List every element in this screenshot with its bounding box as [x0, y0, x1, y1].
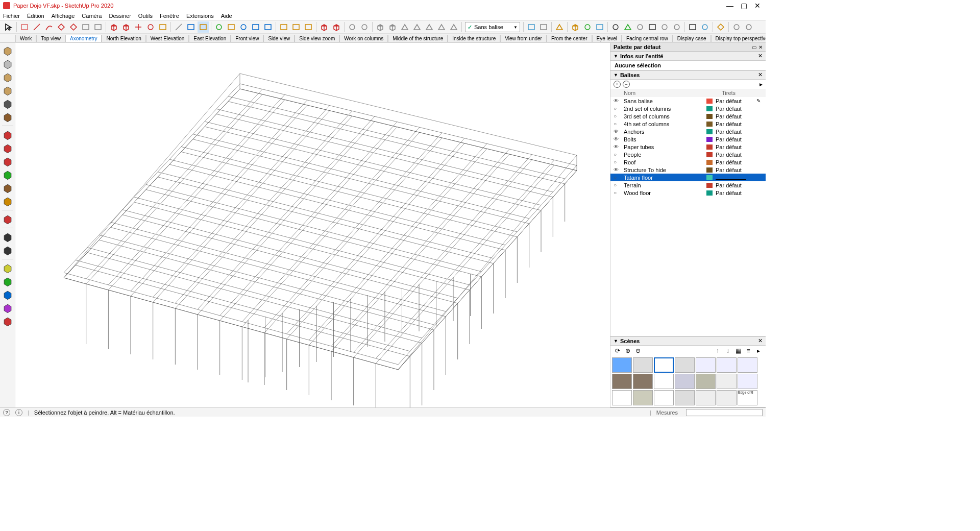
pan-tool[interactable]: [226, 21, 237, 33]
slab-icon[interactable]: [2, 71, 13, 83]
tag-dash[interactable]: Par défaut: [716, 144, 756, 150]
section-display[interactable]: [290, 21, 302, 33]
visibility-icon[interactable]: ○: [614, 152, 624, 157]
color-swatch[interactable]: [706, 129, 713, 134]
tag-dash[interactable]: Par défaut: [716, 121, 756, 127]
scene-tab[interactable]: Top view: [36, 35, 65, 42]
pencil-tool[interactable]: [31, 21, 42, 33]
scene-thumbnail[interactable]: [654, 374, 674, 389]
visibility-icon[interactable]: 👁: [614, 144, 624, 150]
color-swatch[interactable]: [706, 175, 713, 180]
scene-tab[interactable]: Work: [15, 35, 36, 42]
select-tool[interactable]: [3, 21, 14, 33]
rect-dd[interactable]: [92, 21, 104, 33]
color-swatch[interactable]: [706, 183, 713, 188]
globe-icon[interactable]: [699, 21, 710, 33]
add-tag-button[interactable]: +: [614, 81, 621, 88]
scene-next-button[interactable]: ↓: [724, 347, 732, 355]
layout-icon[interactable]: [347, 21, 358, 33]
scene-tab[interactable]: North Elevation: [102, 35, 145, 42]
scene-view-grid-button[interactable]: ▦: [734, 347, 742, 355]
wedge-icon[interactable]: [2, 111, 13, 123]
tag-dash[interactable]: Par défaut: [716, 190, 756, 196]
solid3-icon[interactable]: [594, 21, 605, 33]
model-view[interactable]: [15, 43, 610, 407]
tag-row[interactable]: 👁 Anchors Par défaut: [610, 128, 766, 135]
tag-row[interactable]: ○ 2nd set of columns Par défaut: [610, 105, 766, 112]
tag-row[interactable]: ○ Wood floor Par défaut: [610, 189, 766, 197]
tray-header[interactable]: Palette par défaut ▭ ✕: [610, 43, 766, 52]
layer-icon[interactable]: [715, 21, 726, 33]
home1-icon[interactable]: [399, 21, 410, 33]
iso-icon[interactable]: [375, 21, 386, 33]
purple-gem-icon[interactable]: [2, 302, 13, 313]
visibility-icon[interactable]: ○: [614, 159, 624, 165]
scene-thumbnail[interactable]: [717, 390, 737, 405]
panel-close-icon[interactable]: ✕: [758, 71, 763, 78]
tags-menu-button[interactable]: ▸: [760, 81, 763, 88]
cube-outline-icon[interactable]: [2, 45, 13, 56]
target-icon[interactable]: [731, 21, 742, 33]
col-tirets[interactable]: Tirets: [722, 90, 763, 96]
zoom-window[interactable]: [250, 21, 261, 33]
color-swatch[interactable]: [706, 106, 713, 111]
add-icon[interactable]: [610, 21, 621, 33]
scene-tab[interactable]: View from under: [500, 35, 547, 42]
scene-thumbnail[interactable]: [675, 390, 695, 405]
scene-thumbnail[interactable]: [696, 357, 716, 373]
scene-thumbnail[interactable]: [696, 374, 716, 389]
scene-tab[interactable]: Display top perspective: [711, 35, 766, 42]
visibility-icon[interactable]: 👁: [614, 98, 624, 104]
color-swatch[interactable]: [706, 144, 713, 150]
ext2-icon[interactable]: [538, 21, 549, 33]
scene-tab[interactable]: Side view: [263, 35, 295, 42]
tag-dropdown[interactable]: ✓Sans balise▼: [465, 22, 520, 32]
export-icon[interactable]: [2, 213, 13, 225]
tag-row[interactable]: ○ Roof Par défaut: [610, 158, 766, 166]
minimize-button[interactable]: —: [726, 2, 733, 10]
orbit-tool[interactable]: [213, 21, 225, 33]
scene-thumbnail[interactable]: [675, 374, 695, 389]
visibility-icon[interactable]: ○: [614, 106, 624, 111]
scene-thumbnail[interactable]: [717, 374, 737, 389]
visibility-icon[interactable]: 👁: [614, 129, 624, 134]
scene-thumbnail[interactable]: [654, 390, 674, 405]
tag-dash[interactable]: Par défaut: [716, 182, 756, 188]
green-house-icon[interactable]: [2, 276, 13, 287]
tag-row[interactable]: ○ People Par défaut: [610, 151, 766, 158]
red-cube-icon[interactable]: [2, 142, 13, 154]
brown-cube-icon[interactable]: [2, 182, 13, 194]
yellow-shirt-icon[interactable]: [2, 262, 13, 274]
scene-thumbnail[interactable]: [633, 390, 653, 405]
menu-édition[interactable]: Édition: [27, 13, 44, 19]
red-cube-r-icon[interactable]: [2, 156, 13, 167]
shape-dd[interactable]: [68, 21, 79, 33]
scene-tab[interactable]: From the center: [547, 35, 592, 42]
section-tool[interactable]: [278, 21, 289, 33]
tag-dash[interactable]: Par défaut: [716, 167, 756, 173]
rect-tool[interactable]: [80, 21, 91, 33]
scene-details-button[interactable]: ▸: [754, 347, 763, 355]
scene-thumbnail[interactable]: [696, 390, 716, 405]
scene-refresh-button[interactable]: ⟳: [614, 347, 622, 355]
menu-outils[interactable]: Outils: [138, 13, 153, 19]
cloud1-icon[interactable]: [634, 21, 646, 33]
home2-icon[interactable]: [411, 21, 423, 33]
arrow-up-icon[interactable]: [2, 231, 13, 243]
color-swatch[interactable]: [706, 122, 713, 127]
scene-tab[interactable]: Eye level: [592, 35, 622, 42]
scene-thumbnail[interactable]: [738, 374, 757, 389]
tray-close-icon[interactable]: ✕: [758, 44, 763, 50]
tree-icon[interactable]: [622, 21, 633, 33]
solid2-icon[interactable]: [582, 21, 593, 33]
menu-fenêtre[interactable]: Fenêtre: [160, 13, 179, 19]
tag-row[interactable]: ○ Terrain Par défaut: [610, 181, 766, 189]
scene-tab[interactable]: West Elevation: [146, 35, 189, 42]
follow-tool[interactable]: [120, 21, 132, 33]
viewport[interactable]: [15, 43, 610, 407]
scenes-header[interactable]: ▼ Scènes ✕: [610, 336, 766, 346]
scene-tab[interactable]: Axonometry: [65, 35, 102, 42]
scene-tab[interactable]: Work on columns: [339, 35, 388, 42]
spiral-icon[interactable]: [2, 316, 13, 327]
menu-affichage[interactable]: Affichage: [52, 13, 75, 19]
